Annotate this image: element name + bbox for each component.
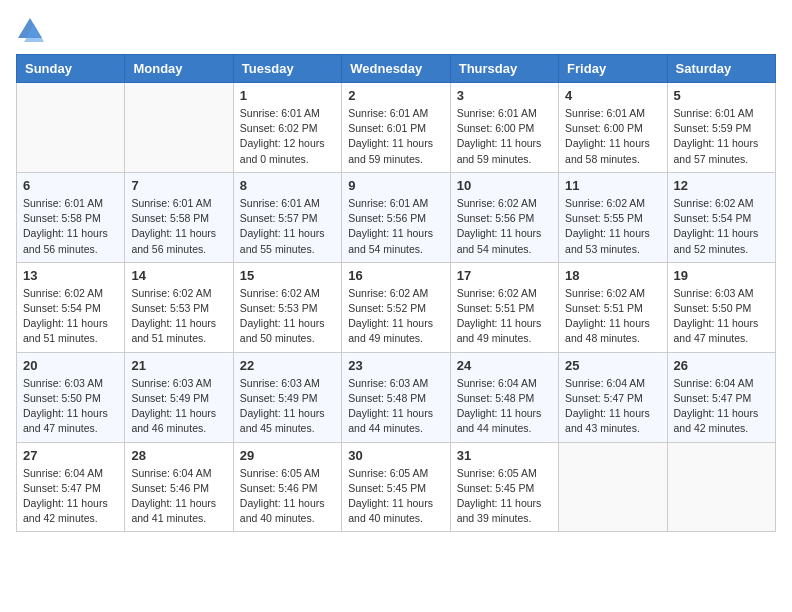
day-number: 7 bbox=[131, 178, 226, 193]
day-number: 14 bbox=[131, 268, 226, 283]
day-info: Sunrise: 6:01 AMSunset: 5:58 PMDaylight:… bbox=[131, 196, 226, 257]
day-info: Sunrise: 6:03 AMSunset: 5:48 PMDaylight:… bbox=[348, 376, 443, 437]
calendar-cell: 20Sunrise: 6:03 AMSunset: 5:50 PMDayligh… bbox=[17, 352, 125, 442]
calendar-cell: 26Sunrise: 6:04 AMSunset: 5:47 PMDayligh… bbox=[667, 352, 775, 442]
day-number: 27 bbox=[23, 448, 118, 463]
day-number: 16 bbox=[348, 268, 443, 283]
day-number: 31 bbox=[457, 448, 552, 463]
day-number: 25 bbox=[565, 358, 660, 373]
day-info: Sunrise: 6:04 AMSunset: 5:47 PMDaylight:… bbox=[565, 376, 660, 437]
weekday-header: Sunday bbox=[17, 55, 125, 83]
weekday-header: Friday bbox=[559, 55, 667, 83]
day-info: Sunrise: 6:02 AMSunset: 5:51 PMDaylight:… bbox=[565, 286, 660, 347]
day-number: 19 bbox=[674, 268, 769, 283]
day-number: 8 bbox=[240, 178, 335, 193]
calendar-cell: 25Sunrise: 6:04 AMSunset: 5:47 PMDayligh… bbox=[559, 352, 667, 442]
day-number: 23 bbox=[348, 358, 443, 373]
calendar-week-row: 1Sunrise: 6:01 AMSunset: 6:02 PMDaylight… bbox=[17, 83, 776, 173]
logo-icon bbox=[16, 16, 44, 44]
weekday-header: Wednesday bbox=[342, 55, 450, 83]
weekday-header: Monday bbox=[125, 55, 233, 83]
day-info: Sunrise: 6:01 AMSunset: 6:00 PMDaylight:… bbox=[565, 106, 660, 167]
logo bbox=[16, 16, 48, 44]
calendar-cell: 5Sunrise: 6:01 AMSunset: 5:59 PMDaylight… bbox=[667, 83, 775, 173]
day-info: Sunrise: 6:04 AMSunset: 5:47 PMDaylight:… bbox=[674, 376, 769, 437]
day-number: 30 bbox=[348, 448, 443, 463]
calendar-table: SundayMondayTuesdayWednesdayThursdayFrid… bbox=[16, 54, 776, 532]
calendar-cell: 1Sunrise: 6:01 AMSunset: 6:02 PMDaylight… bbox=[233, 83, 341, 173]
weekday-header: Thursday bbox=[450, 55, 558, 83]
day-number: 18 bbox=[565, 268, 660, 283]
day-number: 20 bbox=[23, 358, 118, 373]
day-info: Sunrise: 6:03 AMSunset: 5:50 PMDaylight:… bbox=[23, 376, 118, 437]
calendar-cell: 18Sunrise: 6:02 AMSunset: 5:51 PMDayligh… bbox=[559, 262, 667, 352]
calendar-cell: 17Sunrise: 6:02 AMSunset: 5:51 PMDayligh… bbox=[450, 262, 558, 352]
calendar-week-row: 20Sunrise: 6:03 AMSunset: 5:50 PMDayligh… bbox=[17, 352, 776, 442]
day-info: Sunrise: 6:03 AMSunset: 5:50 PMDaylight:… bbox=[674, 286, 769, 347]
day-number: 11 bbox=[565, 178, 660, 193]
day-info: Sunrise: 6:01 AMSunset: 5:56 PMDaylight:… bbox=[348, 196, 443, 257]
day-info: Sunrise: 6:05 AMSunset: 5:46 PMDaylight:… bbox=[240, 466, 335, 527]
calendar-cell: 24Sunrise: 6:04 AMSunset: 5:48 PMDayligh… bbox=[450, 352, 558, 442]
day-info: Sunrise: 6:03 AMSunset: 5:49 PMDaylight:… bbox=[240, 376, 335, 437]
day-info: Sunrise: 6:02 AMSunset: 5:53 PMDaylight:… bbox=[240, 286, 335, 347]
day-info: Sunrise: 6:01 AMSunset: 6:01 PMDaylight:… bbox=[348, 106, 443, 167]
calendar-cell bbox=[125, 83, 233, 173]
day-number: 22 bbox=[240, 358, 335, 373]
calendar-cell: 12Sunrise: 6:02 AMSunset: 5:54 PMDayligh… bbox=[667, 172, 775, 262]
calendar-cell: 28Sunrise: 6:04 AMSunset: 5:46 PMDayligh… bbox=[125, 442, 233, 532]
calendar-cell: 2Sunrise: 6:01 AMSunset: 6:01 PMDaylight… bbox=[342, 83, 450, 173]
day-info: Sunrise: 6:05 AMSunset: 5:45 PMDaylight:… bbox=[348, 466, 443, 527]
day-number: 24 bbox=[457, 358, 552, 373]
calendar-cell: 30Sunrise: 6:05 AMSunset: 5:45 PMDayligh… bbox=[342, 442, 450, 532]
calendar-cell: 4Sunrise: 6:01 AMSunset: 6:00 PMDaylight… bbox=[559, 83, 667, 173]
day-info: Sunrise: 6:05 AMSunset: 5:45 PMDaylight:… bbox=[457, 466, 552, 527]
day-info: Sunrise: 6:01 AMSunset: 5:57 PMDaylight:… bbox=[240, 196, 335, 257]
calendar-body: 1Sunrise: 6:01 AMSunset: 6:02 PMDaylight… bbox=[17, 83, 776, 532]
calendar-week-row: 6Sunrise: 6:01 AMSunset: 5:58 PMDaylight… bbox=[17, 172, 776, 262]
calendar-cell: 11Sunrise: 6:02 AMSunset: 5:55 PMDayligh… bbox=[559, 172, 667, 262]
calendar-cell: 27Sunrise: 6:04 AMSunset: 5:47 PMDayligh… bbox=[17, 442, 125, 532]
day-number: 10 bbox=[457, 178, 552, 193]
weekday-header: Tuesday bbox=[233, 55, 341, 83]
day-info: Sunrise: 6:02 AMSunset: 5:54 PMDaylight:… bbox=[674, 196, 769, 257]
day-number: 28 bbox=[131, 448, 226, 463]
calendar-cell bbox=[667, 442, 775, 532]
calendar-cell: 8Sunrise: 6:01 AMSunset: 5:57 PMDaylight… bbox=[233, 172, 341, 262]
day-info: Sunrise: 6:02 AMSunset: 5:53 PMDaylight:… bbox=[131, 286, 226, 347]
day-number: 4 bbox=[565, 88, 660, 103]
calendar-cell bbox=[559, 442, 667, 532]
day-info: Sunrise: 6:02 AMSunset: 5:55 PMDaylight:… bbox=[565, 196, 660, 257]
day-number: 12 bbox=[674, 178, 769, 193]
calendar-cell: 23Sunrise: 6:03 AMSunset: 5:48 PMDayligh… bbox=[342, 352, 450, 442]
calendar-cell: 21Sunrise: 6:03 AMSunset: 5:49 PMDayligh… bbox=[125, 352, 233, 442]
day-number: 21 bbox=[131, 358, 226, 373]
day-number: 29 bbox=[240, 448, 335, 463]
calendar-cell: 22Sunrise: 6:03 AMSunset: 5:49 PMDayligh… bbox=[233, 352, 341, 442]
day-number: 15 bbox=[240, 268, 335, 283]
calendar-cell bbox=[17, 83, 125, 173]
day-info: Sunrise: 6:02 AMSunset: 5:52 PMDaylight:… bbox=[348, 286, 443, 347]
day-info: Sunrise: 6:04 AMSunset: 5:48 PMDaylight:… bbox=[457, 376, 552, 437]
calendar-cell: 9Sunrise: 6:01 AMSunset: 5:56 PMDaylight… bbox=[342, 172, 450, 262]
day-number: 1 bbox=[240, 88, 335, 103]
day-info: Sunrise: 6:03 AMSunset: 5:49 PMDaylight:… bbox=[131, 376, 226, 437]
day-number: 6 bbox=[23, 178, 118, 193]
calendar-cell: 3Sunrise: 6:01 AMSunset: 6:00 PMDaylight… bbox=[450, 83, 558, 173]
day-info: Sunrise: 6:01 AMSunset: 6:02 PMDaylight:… bbox=[240, 106, 335, 167]
calendar-cell: 7Sunrise: 6:01 AMSunset: 5:58 PMDaylight… bbox=[125, 172, 233, 262]
day-number: 2 bbox=[348, 88, 443, 103]
calendar-cell: 10Sunrise: 6:02 AMSunset: 5:56 PMDayligh… bbox=[450, 172, 558, 262]
header-row: SundayMondayTuesdayWednesdayThursdayFrid… bbox=[17, 55, 776, 83]
calendar-cell: 31Sunrise: 6:05 AMSunset: 5:45 PMDayligh… bbox=[450, 442, 558, 532]
calendar-cell: 15Sunrise: 6:02 AMSunset: 5:53 PMDayligh… bbox=[233, 262, 341, 352]
calendar-cell: 14Sunrise: 6:02 AMSunset: 5:53 PMDayligh… bbox=[125, 262, 233, 352]
calendar-cell: 29Sunrise: 6:05 AMSunset: 5:46 PMDayligh… bbox=[233, 442, 341, 532]
calendar-cell: 6Sunrise: 6:01 AMSunset: 5:58 PMDaylight… bbox=[17, 172, 125, 262]
day-number: 26 bbox=[674, 358, 769, 373]
day-info: Sunrise: 6:01 AMSunset: 5:58 PMDaylight:… bbox=[23, 196, 118, 257]
day-number: 9 bbox=[348, 178, 443, 193]
day-number: 3 bbox=[457, 88, 552, 103]
day-info: Sunrise: 6:02 AMSunset: 5:54 PMDaylight:… bbox=[23, 286, 118, 347]
calendar-cell: 16Sunrise: 6:02 AMSunset: 5:52 PMDayligh… bbox=[342, 262, 450, 352]
